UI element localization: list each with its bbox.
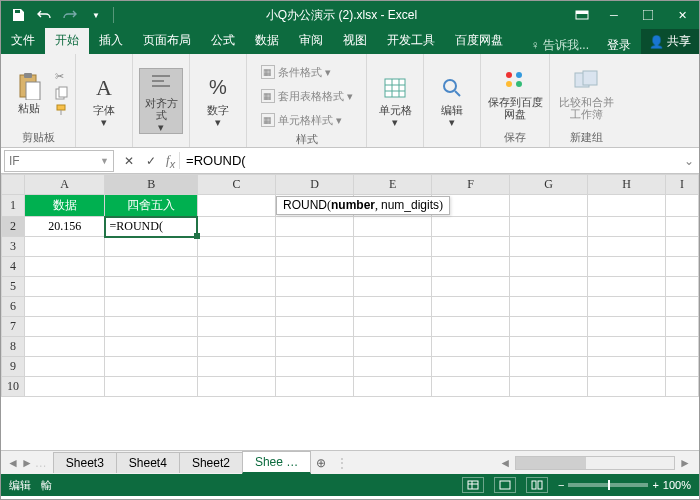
sheet-nav-next-icon[interactable]: ► [21,456,33,470]
tab-review[interactable]: 审阅 [289,28,333,54]
undo-icon[interactable] [33,4,55,26]
cell[interactable] [24,357,105,377]
cell[interactable] [197,277,275,297]
cell[interactable] [24,317,105,337]
sheet-tab-active[interactable]: Shee … [242,451,311,474]
share-button[interactable]: 👤共享 [641,29,699,54]
cell[interactable] [105,377,198,397]
format-painter-icon[interactable] [55,103,69,117]
save-baidu-button[interactable]: 保存到百度网盘 [487,60,543,126]
cell[interactable] [588,357,666,377]
compare-merge-button[interactable]: 比较和合并工作簿 [556,60,616,126]
col-header-G[interactable]: G [509,175,587,195]
tell-me-search[interactable]: ♀ 告诉我... [523,37,597,54]
cell-A2[interactable]: 20.156 [24,217,105,237]
cell[interactable] [509,257,587,277]
sheet-tab-sheet3[interactable]: Sheet3 [53,452,117,473]
view-layout-icon[interactable] [494,477,516,493]
cell[interactable] [197,377,275,397]
zoom-slider[interactable] [568,483,648,487]
col-header-B[interactable]: B [105,175,198,195]
cell[interactable] [588,237,666,257]
cell[interactable] [354,377,432,397]
name-box[interactable]: IF▼ [4,150,114,172]
cell[interactable] [666,237,699,257]
cell-A1[interactable]: 数据 [24,195,105,217]
ribbon-options-icon[interactable] [567,1,597,29]
redo-icon[interactable] [59,4,81,26]
cell[interactable] [24,297,105,317]
cell[interactable] [105,357,198,377]
cell[interactable] [197,237,275,257]
cell[interactable] [276,377,354,397]
col-header-A[interactable]: A [24,175,105,195]
paste-button[interactable]: 粘贴 [7,60,51,126]
save-icon[interactable] [7,4,29,26]
cell[interactable] [432,237,510,257]
cell[interactable] [105,337,198,357]
cell[interactable] [276,317,354,337]
cell[interactable] [197,257,275,277]
editing-button[interactable]: 编辑▾ [430,68,474,134]
cell[interactable] [588,257,666,277]
cell[interactable] [105,277,198,297]
cell[interactable] [509,277,587,297]
tab-layout[interactable]: 页面布局 [133,28,201,54]
view-normal-icon[interactable] [462,477,484,493]
align-button[interactable]: 对齐方式▾ [139,68,183,134]
row-header-8[interactable]: 8 [2,337,25,357]
cell[interactable] [666,337,699,357]
col-header-C[interactable]: C [197,175,275,195]
cell[interactable] [509,237,587,257]
cell[interactable] [432,297,510,317]
maximize-icon[interactable] [631,1,665,29]
cell[interactable] [276,257,354,277]
cell[interactable] [354,357,432,377]
zoom-in-icon[interactable]: + [652,479,658,491]
cell-styles-button[interactable]: ▦单元格样式 ▾ [261,110,353,130]
cell[interactable] [24,257,105,277]
cell[interactable] [354,277,432,297]
row-header-2[interactable]: 2 [2,217,25,237]
cell[interactable] [276,337,354,357]
cell[interactable] [588,297,666,317]
cell[interactable] [276,357,354,377]
cell[interactable] [432,357,510,377]
cell[interactable] [354,257,432,277]
conditional-format-button[interactable]: ▦条件格式 ▾ [261,62,353,82]
row-header-10[interactable]: 10 [2,377,25,397]
tab-baidu[interactable]: 百度网盘 [445,28,513,54]
expand-formula-icon[interactable]: ⌄ [679,154,699,168]
horizontal-scrollbar[interactable]: ◄ ► [352,456,699,470]
col-header-F[interactable]: F [432,175,510,195]
zoom-out-icon[interactable]: − [558,479,564,491]
select-all-corner[interactable] [2,175,25,195]
cell[interactable] [24,377,105,397]
cell-B1[interactable]: 四舍五入 [105,195,198,217]
minimize-icon[interactable]: ─ [597,1,631,29]
number-button[interactable]: % 数字▾ [196,68,240,134]
cell[interactable] [197,217,275,237]
cell[interactable] [24,237,105,257]
row-header-3[interactable]: 3 [2,237,25,257]
cut-icon[interactable]: ✂ [55,70,69,83]
cell[interactable] [509,317,587,337]
cell[interactable] [354,217,432,237]
tab-dev[interactable]: 开发工具 [377,28,445,54]
cell[interactable] [276,277,354,297]
row-header-6[interactable]: 6 [2,297,25,317]
col-header-D[interactable]: D [276,175,354,195]
view-pagebreak-icon[interactable] [526,477,548,493]
cell[interactable] [588,277,666,297]
tab-insert[interactable]: 插入 [89,28,133,54]
cell[interactable] [105,317,198,337]
cell[interactable] [666,195,699,217]
cell[interactable] [509,357,587,377]
cell[interactable] [432,257,510,277]
cell[interactable] [432,337,510,357]
cell[interactable] [588,217,666,237]
cell[interactable] [432,277,510,297]
col-header-I[interactable]: I [666,175,699,195]
enter-formula-icon[interactable]: ✓ [142,152,160,170]
sheet-nav-prev-icon[interactable]: ◄ [7,456,19,470]
